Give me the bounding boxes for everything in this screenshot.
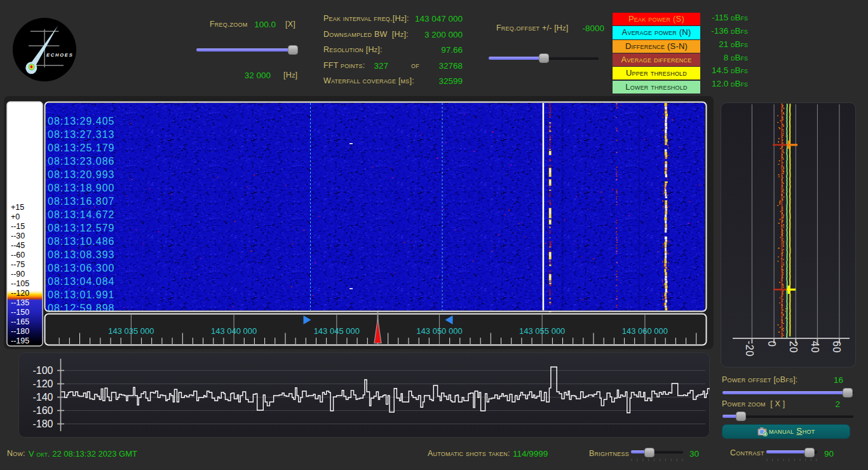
svg-text:+15: +15	[11, 203, 24, 212]
svg-text:--15: --15	[11, 222, 25, 231]
svg-text:08:13:20.993: 08:13:20.993	[48, 169, 114, 180]
svg-text:-140: -140	[32, 392, 53, 403]
svg-text:-120: -120	[32, 378, 53, 389]
svg-text:--75: --75	[11, 260, 25, 269]
svg-text:08:13:06.300: 08:13:06.300	[48, 263, 114, 273]
svg-text:40: 40	[810, 341, 820, 353]
svg-text:08:13:08.393: 08:13:08.393	[48, 249, 114, 260]
svg-text:08:13:23.086: 08:13:23.086	[48, 156, 114, 167]
svg-text:0: 0	[766, 341, 777, 347]
svg-text:08:13:29.405: 08:13:29.405	[48, 116, 114, 127]
svg-text:143 050 000: 143 050 000	[416, 326, 462, 336]
svg-text:08:13:27.313: 08:13:27.313	[48, 129, 114, 140]
svg-text:143 045 000: 143 045 000	[314, 326, 360, 336]
svg-text:08:13:14.672: 08:13:14.672	[48, 209, 114, 220]
svg-text:--120: --120	[11, 289, 29, 298]
svg-text:08:13:16.807: 08:13:16.807	[48, 196, 114, 207]
svg-text:--30: --30	[11, 232, 25, 240]
svg-text:--180: --180	[11, 327, 29, 336]
svg-text:-100: -100	[32, 365, 53, 376]
svg-text:ECHOES: ECHOES	[46, 52, 73, 58]
svg-text:143 040 000: 143 040 000	[211, 326, 257, 336]
svg-text:--135: --135	[11, 298, 29, 307]
svg-text:08:13:25.179: 08:13:25.179	[48, 142, 114, 153]
svg-text:08:13:01.991: 08:13:01.991	[48, 289, 114, 300]
svg-text:143 035 000: 143 035 000	[108, 326, 154, 336]
svg-text:08:13:12.579: 08:13:12.579	[48, 223, 114, 233]
svg-text:08:13:04.084: 08:13:04.084	[48, 276, 114, 287]
svg-text:--150: --150	[11, 308, 29, 317]
svg-text:60: 60	[831, 341, 842, 353]
svg-text:-160: -160	[32, 405, 53, 416]
svg-text:--105: --105	[11, 279, 29, 288]
svg-text:--45: --45	[11, 241, 25, 250]
svg-text:+0: +0	[11, 212, 20, 221]
svg-text:143 055 000: 143 055 000	[519, 326, 565, 336]
svg-text:-20: -20	[744, 341, 755, 357]
svg-text:20: 20	[788, 341, 799, 353]
svg-text:--165: --165	[11, 317, 29, 326]
svg-text:--90: --90	[11, 270, 25, 279]
svg-text:08:13:10.486: 08:13:10.486	[48, 236, 114, 247]
svg-text:--60: --60	[11, 251, 25, 259]
svg-text:08:13:18.900: 08:13:18.900	[48, 183, 114, 193]
svg-text:143 060 000: 143 060 000	[622, 326, 668, 336]
svg-text:-180: -180	[32, 418, 53, 429]
svg-text:--195: --195	[11, 336, 29, 345]
